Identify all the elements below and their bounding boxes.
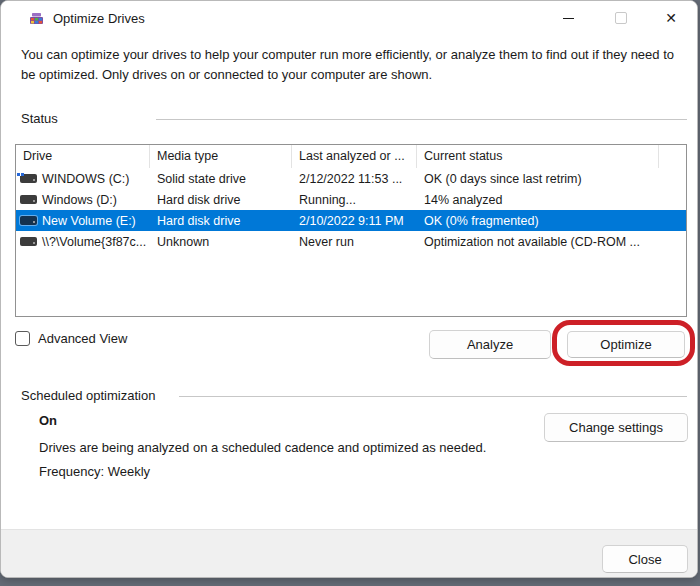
table-row-drive-c[interactable]: WINDOWS (C:) Solid state drive 2/12/2022… — [16, 168, 686, 189]
drive-name: \\?\Volume{3f87c... — [42, 235, 146, 249]
defrag-app-icon — [29, 10, 45, 26]
table-row-drive-d[interactable]: Windows (D:) Hard disk drive Running... … — [16, 189, 686, 210]
dialog-description: You can optimize your drives to help you… — [21, 45, 685, 85]
close-window-button[interactable]: ✕ — [648, 1, 694, 35]
hard-drive-icon — [20, 216, 37, 225]
current-status: OK (0% fragmented) — [417, 214, 686, 228]
column-header-current-status[interactable]: Current status — [417, 145, 659, 168]
media-type: Solid state drive — [150, 172, 292, 186]
maximize-button[interactable] — [598, 1, 644, 35]
minimize-icon — [563, 18, 574, 19]
schedule-frequency: Frequency: Weekly — [39, 464, 150, 479]
advanced-view-checkbox[interactable] — [15, 331, 30, 346]
listview-header: Drive Media type Last analyzed or ... Cu… — [16, 145, 686, 168]
close-dialog-button[interactable]: Close — [602, 545, 688, 573]
optimize-drives-dialog: Optimize Drives ✕ You can optimize your … — [0, 0, 698, 578]
advanced-view-checkbox-group[interactable]: Advanced View — [15, 331, 127, 346]
column-header-media-type[interactable]: Media type — [150, 145, 292, 168]
media-type: Unknown — [150, 235, 292, 249]
schedule-description: Drives are being analyzed on a scheduled… — [39, 440, 486, 455]
drive-name: WINDOWS (C:) — [42, 172, 129, 186]
hard-drive-icon — [20, 195, 37, 204]
table-row-volume[interactable]: \\?\Volume{3f87c... Unknown Never run Op… — [16, 231, 686, 252]
window-title: Optimize Drives — [53, 1, 145, 37]
analyze-button[interactable]: Analyze — [429, 330, 551, 359]
last-analyzed: 2/10/2022 9:11 PM — [292, 214, 417, 228]
optimize-button[interactable]: Optimize — [567, 331, 685, 358]
table-row-drive-e-selected[interactable]: New Volume (E:) Hard disk drive 2/10/202… — [16, 210, 686, 231]
minimize-button[interactable] — [545, 1, 591, 35]
close-icon: ✕ — [665, 11, 677, 25]
title-bar: Optimize Drives ✕ — [1, 1, 697, 37]
status-section-label: Status — [21, 111, 58, 126]
advanced-view-label: Advanced View — [38, 331, 127, 346]
unknown-drive-icon — [20, 237, 37, 246]
schedule-state: On — [39, 413, 57, 428]
current-status: OK (0 days since last retrim) — [417, 172, 686, 186]
status-section-divider — [156, 119, 687, 120]
dialog-footer — [1, 529, 697, 578]
drive-name: New Volume (E:) — [42, 214, 136, 228]
drive-name: Windows (D:) — [42, 193, 117, 207]
last-analyzed: Never run — [292, 235, 417, 249]
current-status: 14% analyzed — [417, 193, 686, 207]
current-status: Optimization not available (CD-ROM ... — [417, 235, 686, 249]
media-type: Hard disk drive — [150, 193, 292, 207]
column-header-drive[interactable]: Drive — [16, 145, 150, 168]
last-analyzed: Running... — [292, 193, 417, 207]
drives-listview: Drive Media type Last analyzed or ... Cu… — [15, 144, 687, 317]
system-drive-icon — [20, 174, 37, 183]
scheduled-optimization-label: Scheduled optimization — [21, 388, 155, 403]
windows-badge-icon — [17, 172, 24, 177]
change-settings-button[interactable]: Change settings — [544, 413, 688, 442]
scheduled-section-divider — [179, 396, 687, 397]
maximize-icon — [615, 12, 627, 24]
last-analyzed: 2/12/2022 11:53 ... — [292, 172, 417, 186]
column-header-spacer — [659, 145, 686, 168]
media-type: Hard disk drive — [150, 214, 292, 228]
column-header-last-analyzed[interactable]: Last analyzed or ... — [292, 145, 417, 168]
